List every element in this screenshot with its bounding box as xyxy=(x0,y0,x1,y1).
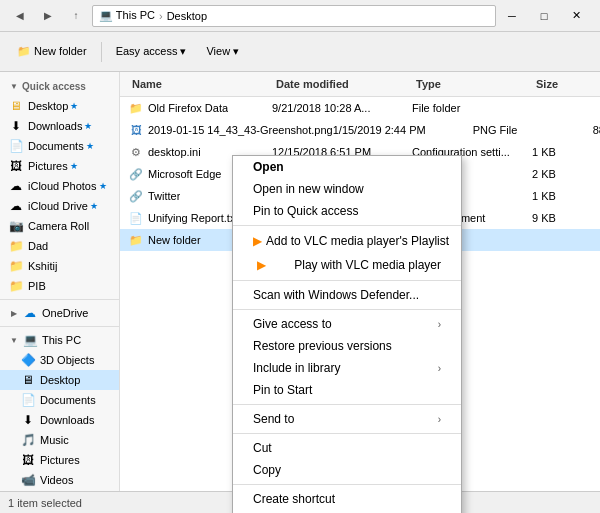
onedrive-section: ▶ ☁ OneDrive xyxy=(0,303,119,323)
videos-icon: 📹 xyxy=(20,472,36,488)
new-folder-button[interactable]: 📁 New folder xyxy=(8,37,96,67)
quick-access-header[interactable]: ▼ Quick access xyxy=(0,76,119,96)
window-controls: ─ □ ✕ xyxy=(496,0,592,32)
ctx-include-library[interactable]: Include in library › xyxy=(233,357,461,379)
quick-access-arrow: ▼ xyxy=(8,80,20,92)
sidebar-label-desktop-pc: Desktop xyxy=(40,374,80,386)
up-button[interactable]: ↑ xyxy=(64,4,88,28)
ctx-copy[interactable]: Copy xyxy=(233,459,461,481)
sidebar: ▼ Quick access 🖥 Desktop ★ ⬇ Downloads ★… xyxy=(0,72,120,491)
ctx-add-vlc[interactable]: ▶ Add to VLC media player's Playlist xyxy=(233,229,461,253)
ctx-give-access[interactable]: Give access to › xyxy=(233,313,461,335)
header-name[interactable]: Name xyxy=(128,76,272,92)
file-name: Unifying Report.txt xyxy=(148,212,238,224)
ctx-send-to-label: Send to xyxy=(253,412,294,426)
include-library-arrow: › xyxy=(438,363,441,374)
ctx-play-vlc[interactable]: ▶ Play with VLC media player xyxy=(233,253,461,277)
pictures-icon: 🖼 xyxy=(8,158,24,174)
ctx-scan-defender[interactable]: Scan with Windows Defender... xyxy=(233,284,461,306)
ctx-pin-quick-access[interactable]: Pin to Quick access xyxy=(233,200,461,222)
table-row[interactable]: 📁 Old Firefox Data 9/21/2018 10:28 A... … xyxy=(120,97,600,119)
ctx-open[interactable]: Open xyxy=(233,156,461,178)
sidebar-divider-2 xyxy=(0,326,119,327)
sidebar-label-documents: Documents xyxy=(28,140,84,152)
table-row[interactable]: 🖼 2019-01-15 14_43_43-Greenshot.png 1/15… xyxy=(120,119,600,141)
sidebar-label-onedrive: OneDrive xyxy=(42,307,88,319)
sidebar-item-documents-pc[interactable]: 📄 Documents xyxy=(0,390,119,410)
close-button[interactable]: ✕ xyxy=(560,0,592,32)
sidebar-item-videos[interactable]: 📹 Videos xyxy=(0,470,119,490)
sidebar-item-kshitij[interactable]: 📁 Kshitij xyxy=(0,256,119,276)
file-date: 1/15/2019 2:44 PM xyxy=(333,124,473,136)
sidebar-item-onedrive[interactable]: ▶ ☁ OneDrive xyxy=(0,303,119,323)
sidebar-label-downloads: Downloads xyxy=(28,120,82,132)
sidebar-item-documents[interactable]: 📄 Documents ★ xyxy=(0,136,119,156)
sidebar-item-desktop-pc[interactable]: 🖥 Desktop xyxy=(0,370,119,390)
sidebar-item-dad[interactable]: 📁 Dad xyxy=(0,236,119,256)
ctx-give-access-label: Give access to xyxy=(253,317,332,331)
sidebar-item-music[interactable]: 🎵 Music xyxy=(0,430,119,450)
file-name-cell: 📁 Old Firefox Data xyxy=(128,100,272,116)
quick-access-label: Quick access xyxy=(22,81,86,92)
ctx-restore-prev-label: Restore previous versions xyxy=(253,339,392,353)
view-button[interactable]: View ▾ xyxy=(197,37,248,67)
header-date[interactable]: Date modified xyxy=(272,76,412,92)
sidebar-label-desktop: Desktop xyxy=(28,100,68,112)
easy-access-button[interactable]: Easy access ▾ xyxy=(107,37,196,67)
file-size: 1 KB xyxy=(532,190,592,202)
icloud-drive-icon: ☁ xyxy=(8,198,24,214)
sidebar-label-dad: Dad xyxy=(28,240,48,252)
vlc-icon-1: ▶ xyxy=(253,233,262,249)
ctx-create-shortcut[interactable]: Create shortcut xyxy=(233,488,461,510)
music-icon: 🎵 xyxy=(20,432,36,448)
file-name: Old Firefox Data xyxy=(148,102,228,114)
sidebar-item-pictures[interactable]: 🖼 Pictures ★ xyxy=(0,156,119,176)
sidebar-item-windows-c[interactable]: 💾 Windows (C:) xyxy=(0,490,119,491)
forward-button[interactable]: ▶ xyxy=(36,4,60,28)
onedrive-icon: ☁ xyxy=(22,305,38,321)
status-text: 1 item selected xyxy=(8,497,82,509)
maximize-button[interactable]: □ xyxy=(528,0,560,32)
header-size[interactable]: Size xyxy=(532,76,592,92)
icloud-photos-icon: ☁ xyxy=(8,178,24,194)
sidebar-item-icloud-drive[interactable]: ☁ iCloud Drive ★ xyxy=(0,196,119,216)
title-bar-left: ◀ ▶ ↑ 💻 This PC › Desktop xyxy=(8,4,496,28)
send-to-arrow: › xyxy=(438,414,441,425)
sidebar-item-pictures-pc[interactable]: 🖼 Pictures xyxy=(0,450,119,470)
header-type[interactable]: Type xyxy=(412,76,532,92)
ctx-pin-start[interactable]: Pin to Start xyxy=(233,379,461,401)
downloads-pc-icon: ⬇ xyxy=(20,412,36,428)
ctx-separator-3 xyxy=(233,309,461,310)
ctx-cut[interactable]: Cut xyxy=(233,437,461,459)
back-button[interactable]: ◀ xyxy=(8,4,32,28)
minimize-button[interactable]: ─ xyxy=(496,0,528,32)
ctx-open-new-window-label: Open in new window xyxy=(253,182,364,196)
ctx-open-new-window[interactable]: Open in new window xyxy=(233,178,461,200)
sidebar-item-pib[interactable]: 📁 PIB xyxy=(0,276,119,296)
onedrive-arrow: ▶ xyxy=(8,307,20,319)
thispc-icon: 💻 xyxy=(22,332,38,348)
pib-icon: 📁 xyxy=(8,278,24,294)
sidebar-item-thispc[interactable]: ▼ 💻 This PC xyxy=(0,330,119,350)
ctx-pin-start-label: Pin to Start xyxy=(253,383,312,397)
sidebar-item-downloads-pc[interactable]: ⬇ Downloads xyxy=(0,410,119,430)
file-list-header: Name Date modified Type Size xyxy=(120,72,600,97)
breadcrumb-thispc: 💻 This PC xyxy=(99,9,155,22)
ctx-scan-defender-label: Scan with Windows Defender... xyxy=(253,288,419,302)
breadcrumb[interactable]: 💻 This PC › Desktop xyxy=(92,5,496,27)
ctx-send-to[interactable]: Send to › xyxy=(233,408,461,430)
ctx-restore-prev[interactable]: Restore previous versions xyxy=(233,335,461,357)
sidebar-item-3d-objects[interactable]: 🔷 3D Objects xyxy=(0,350,119,370)
shortcut-icon: 🔗 xyxy=(128,166,144,182)
sidebar-item-camera-roll[interactable]: 📷 Camera Roll xyxy=(0,216,119,236)
txt-icon: 📄 xyxy=(128,210,144,226)
sidebar-item-downloads[interactable]: ⬇ Downloads ★ xyxy=(0,116,119,136)
toolbar-separator xyxy=(101,42,102,62)
ctx-create-shortcut-label: Create shortcut xyxy=(253,492,335,506)
file-size: 88 KB xyxy=(593,124,600,136)
sidebar-item-desktop[interactable]: 🖥 Desktop ★ xyxy=(0,96,119,116)
desktop-pc-icon: 🖥 xyxy=(20,372,36,388)
sidebar-item-icloud-photos[interactable]: ☁ iCloud Photos ★ xyxy=(0,176,119,196)
file-name-cell: 🖼 2019-01-15 14_43_43-Greenshot.png xyxy=(128,122,333,138)
sidebar-label-pictures-pc: Pictures xyxy=(40,454,80,466)
